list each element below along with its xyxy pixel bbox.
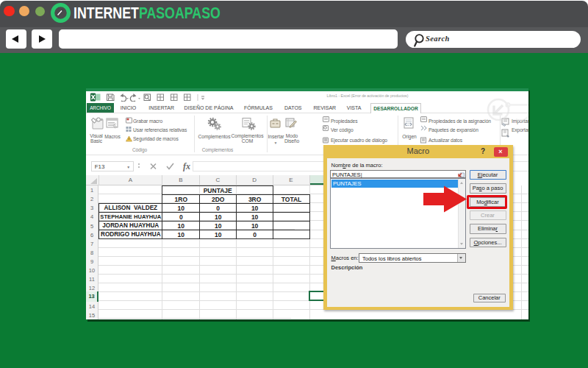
svg-text:fx: fx (183, 161, 190, 171)
